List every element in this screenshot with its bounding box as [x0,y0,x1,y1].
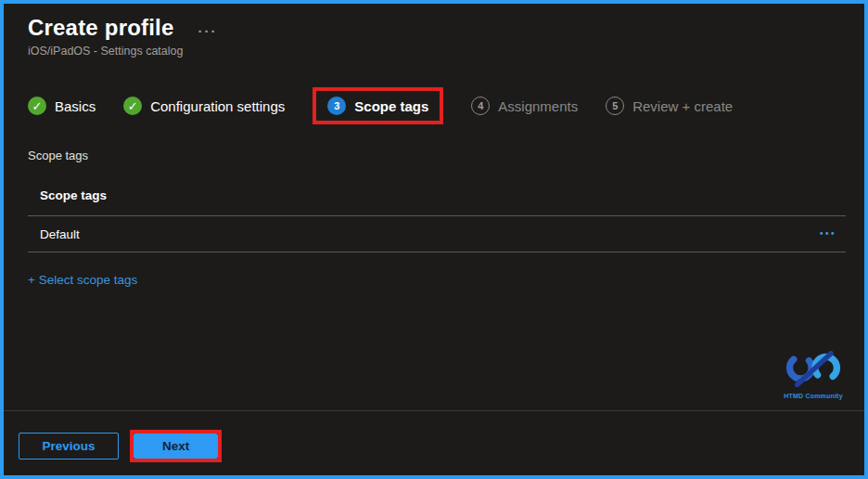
step-scope-tags[interactable]: 3 Scope tags [327,97,428,115]
column-header-scope-tags: Scope tags [28,188,846,215]
step-review-create[interactable]: 5 Review + create [606,97,733,115]
more-options-icon[interactable]: ··· [198,19,218,38]
step-assignments[interactable]: 4 Assignments [471,97,578,115]
panel-header: Create profile ··· iOS/iPadOS - Settings… [4,4,864,58]
tab-content: Scope tags Scope tags Default ••• + Sele… [4,124,864,410]
scope-tag-value: Default [40,227,80,241]
page-subtitle: iOS/iPadOS - Settings catalog [28,45,840,58]
row-context-menu-icon[interactable]: ••• [820,229,836,239]
check-icon: ✓ [123,97,142,115]
table-row-default: Default ••• [28,216,846,252]
footer-bar: Previous Next [4,410,864,476]
annotation-box-scope-tags: 3 Scope tags [313,87,443,124]
annotation-box-next: Next [130,430,222,463]
step-configuration-settings[interactable]: ✓ Configuration settings [123,97,285,115]
step-configuration-settings-label: Configuration settings [150,98,285,114]
section-label: Scope tags [28,149,840,162]
select-scope-tags-link[interactable]: + Select scope tags [28,273,137,287]
page-title: Create profile [28,15,174,41]
htmd-logo-text: HTMD Community [777,393,849,399]
previous-button[interactable]: Previous [19,433,119,460]
create-profile-panel: Create profile ··· iOS/iPadOS - Settings… [0,0,868,479]
step-number-badge: 5 [606,97,624,115]
step-basics[interactable]: ✓ Basics [28,97,96,115]
step-scope-tags-label: Scope tags [354,98,428,114]
step-number-badge: 4 [471,97,490,115]
htmd-community-logo: HTMD Community [777,351,849,399]
step-basics-label: Basics [55,98,96,114]
step-review-create-label: Review + create [632,98,733,114]
check-icon: ✓ [28,97,46,115]
step-number-badge: 3 [327,97,346,115]
htmd-logo-icon [783,351,844,388]
wizard-steps: ✓ Basics ✓ Configuration settings 3 Scop… [28,87,840,124]
scope-tags-table: Scope tags Default ••• [28,188,846,252]
step-assignments-label: Assignments [498,98,578,114]
next-button[interactable]: Next [134,434,218,460]
table-divider [28,252,846,252]
